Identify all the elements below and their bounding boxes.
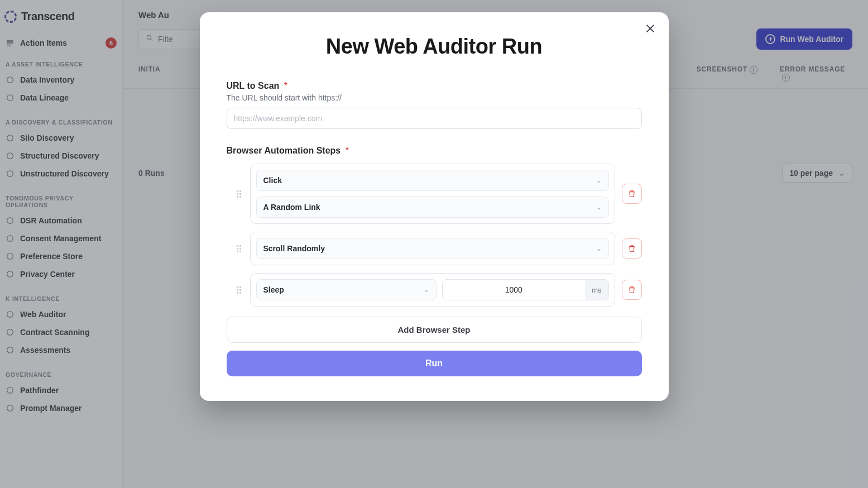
- select-value: Sleep: [263, 285, 284, 294]
- automation-step: Scroll Randomly ⌄: [237, 232, 642, 265]
- delete-step-button[interactable]: [622, 280, 642, 300]
- automation-step: Sleep ⌄ ms: [237, 273, 642, 307]
- select-value: Click: [263, 176, 282, 185]
- new-run-modal: New Web Auditor Run URL to Scan * The UR…: [200, 12, 669, 401]
- steps-field: Browser Automation Steps * Click ⌄ A Ran…: [227, 146, 642, 376]
- required-indicator: *: [346, 146, 349, 155]
- run-submit-button[interactable]: Run: [227, 351, 642, 376]
- automation-step: Click ⌄ A Random Link ⌄: [237, 164, 642, 224]
- url-input[interactable]: [227, 108, 642, 129]
- chevron-down-icon: ⌄: [424, 286, 429, 294]
- modal-overlay: New Web Auditor Run URL to Scan * The UR…: [0, 0, 868, 488]
- chevron-down-icon: ⌄: [596, 203, 602, 211]
- url-label: URL to Scan: [227, 81, 280, 90]
- select-value: A Random Link: [263, 203, 320, 212]
- step-target-select[interactable]: A Random Link ⌄: [256, 197, 609, 218]
- drag-handle-icon[interactable]: [237, 190, 243, 198]
- step-action-select[interactable]: Sleep ⌄: [256, 279, 437, 300]
- drag-handle-icon[interactable]: [237, 245, 243, 252]
- select-value: Scroll Randomly: [263, 244, 325, 253]
- required-indicator: *: [284, 81, 287, 90]
- delete-step-button[interactable]: [622, 238, 642, 259]
- chevron-down-icon: ⌄: [596, 176, 602, 184]
- drag-handle-icon[interactable]: [237, 286, 243, 294]
- url-help: The URL should start with https://: [227, 93, 642, 102]
- sleep-unit-label: ms: [585, 280, 608, 300]
- chevron-down-icon: ⌄: [596, 245, 602, 252]
- step-action-select[interactable]: Scroll Randomly ⌄: [256, 238, 609, 259]
- sleep-duration-input[interactable]: [443, 280, 586, 300]
- delete-step-button[interactable]: [622, 184, 642, 204]
- steps-label: Browser Automation Steps: [227, 146, 341, 155]
- add-step-button[interactable]: Add Browser Step: [227, 317, 642, 343]
- step-action-select[interactable]: Click ⌄: [256, 170, 609, 191]
- close-button[interactable]: [644, 22, 656, 36]
- url-field: URL to Scan * The URL should start with …: [227, 81, 642, 129]
- modal-title: New Web Auditor Run: [227, 35, 642, 59]
